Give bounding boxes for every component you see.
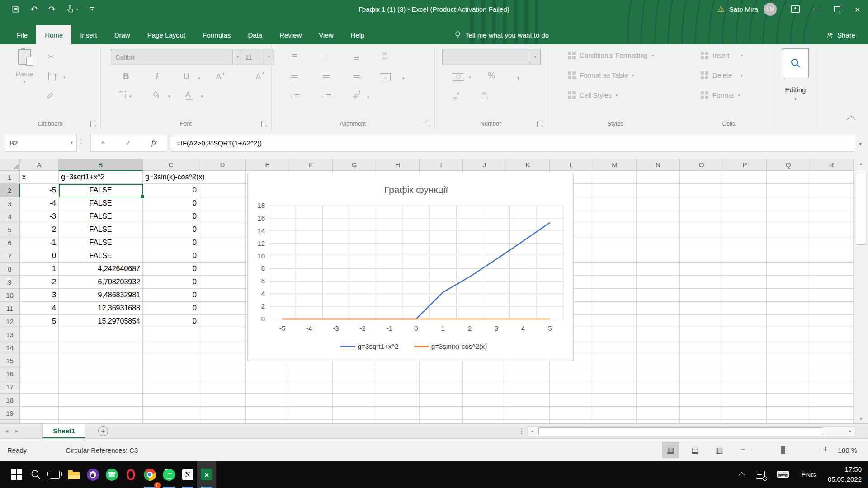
grid-cell-A3[interactable]: -4 [20,197,59,210]
taskbar-search-button[interactable] [26,461,45,488]
new-sheet-icon[interactable]: + [98,426,108,436]
grid-cell-L18[interactable] [550,394,593,407]
grid-cell-B5[interactable]: FALSE [59,223,143,236]
clipboard-dialog-launcher-icon[interactable] [90,121,96,127]
row-header-15[interactable]: 15 [0,354,20,367]
grid-cell-R1[interactable] [810,171,854,184]
grid-cell-D2[interactable] [199,184,246,197]
grid-cell-D16[interactable] [199,367,246,380]
row-header-17[interactable]: 17 [0,380,20,394]
whatsapp-button[interactable]: ☎ [102,461,121,488]
grid-cell-B3[interactable]: FALSE [59,197,143,210]
grid-cell-C9[interactable]: 0 [143,276,199,289]
grid-cell-R15[interactable] [810,354,854,367]
grid-cell-R5[interactable] [810,223,854,236]
touch-keyboard-icon[interactable]: ⌨ [777,469,790,480]
grid-cell-N12[interactable] [637,315,680,328]
customize-qat-icon[interactable]: ▾ [90,7,94,11]
grid-cell-B12[interactable]: 15,29705854 [59,315,143,328]
grid-cell-C15[interactable] [143,354,199,367]
grid-cell-A19[interactable] [20,407,59,420]
align-top-icon[interactable] [292,54,297,57]
conditional-formatting-button[interactable]: Conditional Formatting▾ [568,52,654,59]
column-header-E[interactable]: E [246,159,289,171]
grid-cell-A6[interactable]: -1 [20,236,59,249]
tab-formulas[interactable]: Formulas [194,25,240,44]
column-header-G[interactable]: G [333,159,376,171]
grid-cell-Q13[interactable] [767,328,810,341]
grid-cell-M11[interactable] [593,302,637,315]
grid-cell-C11[interactable]: 0 [143,302,199,315]
grid-cell-P19[interactable] [723,407,767,420]
grid-cell-Q10[interactable] [767,289,810,302]
grid-cell-O17[interactable] [680,380,723,394]
increase-indent-icon[interactable]: → [320,93,331,99]
grid-cell-C1[interactable]: g=3sin(x)-cos^2(x) [143,171,199,184]
grid-cell-M16[interactable] [593,367,637,380]
column-header-R[interactable]: R [810,159,854,171]
grid-cell-C4[interactable]: 0 [143,210,199,223]
row-header-6[interactable]: 6 [0,236,20,249]
grid-cell-O13[interactable] [680,328,723,341]
column-header-F[interactable]: F [289,159,333,171]
grid-cell-M12[interactable] [593,315,637,328]
grid-cell-R11[interactable] [810,302,854,315]
grid-cell-F19[interactable] [289,407,333,420]
collapse-ribbon-icon[interactable] [847,115,855,123]
grid-cell-P4[interactable] [723,210,767,223]
grid-cell-D18[interactable] [199,394,246,407]
grid-cell-O1[interactable] [680,171,723,184]
name-box[interactable]: B2▾ [5,134,77,152]
grid-cell-R13[interactable] [810,328,854,341]
grid-cell-E17[interactable] [246,380,289,394]
grid-cell-A18[interactable] [20,394,59,407]
tab-insert[interactable]: Insert [71,25,106,44]
grid-cell-Q9[interactable] [767,276,810,289]
grid-cell-N1[interactable] [637,171,680,184]
grid-cell-R16[interactable] [810,367,854,380]
column-header-H[interactable]: H [376,159,420,171]
underline-dropdown-icon[interactable]: ▾ [198,76,200,80]
grid-cell-M4[interactable] [593,210,637,223]
vertical-scroll-thumb[interactable] [856,170,866,245]
increase-decimal-icon[interactable]: ←.0 .00 [452,91,459,100]
format-painter-icon[interactable] [47,92,55,101]
grid-cell-R2[interactable] [810,184,854,197]
grid-cell-B6[interactable]: FALSE [59,236,143,249]
tab-page-layout[interactable]: Page Layout [139,25,194,44]
grid-cell-O15[interactable] [680,354,723,367]
grid-cell-B2[interactable]: FALSE [59,184,143,197]
row-header-1[interactable]: 1 [0,171,20,184]
grid-cell-N11[interactable] [637,302,680,315]
grid-cell-C10[interactable]: 0 [143,289,199,302]
grid-cell-L16[interactable] [550,367,593,380]
grid-cell-A5[interactable]: -2 [20,223,59,236]
tab-data[interactable]: Data [239,25,271,44]
zoom-slider-thumb[interactable] [781,446,785,454]
row-header-4[interactable]: 4 [0,210,20,223]
grid-cell-N10[interactable] [637,289,680,302]
grid-cell-N18[interactable] [637,394,680,407]
grid-cell-I19[interactable] [420,407,463,420]
grid-cell-B20[interactable] [59,420,143,423]
grid-cell-O5[interactable] [680,223,723,236]
grid-cell-N4[interactable] [637,210,680,223]
cell-styles-button[interactable]: Cell Styles▾ [568,91,618,99]
tab-scroll-handle[interactable]: ⋮ [518,427,525,435]
grid-cell-P5[interactable] [723,223,767,236]
row-header-8[interactable]: 8 [0,263,20,276]
normal-view-icon[interactable]: ▦ [662,442,679,458]
grid-cell-A4[interactable]: -3 [20,210,59,223]
grid-cell-P2[interactable] [723,184,767,197]
grid-cell-R10[interactable] [810,289,854,302]
column-header-K[interactable]: K [506,159,550,171]
grid-cell-D14[interactable] [199,341,246,354]
grid-cell-A7[interactable]: 0 [20,249,59,263]
merge-center-dropdown-icon[interactable]: ▾ [402,76,405,80]
merge-center-icon[interactable]: ↔ [380,73,391,81]
grid-cell-L19[interactable] [550,407,593,420]
grid-cell-C16[interactable] [143,367,199,380]
orientation-dropdown-icon[interactable]: ▾ [367,95,369,99]
font-color-icon[interactable]: A [185,90,193,100]
delete-cells-button[interactable]: Delete▾ [701,71,743,79]
